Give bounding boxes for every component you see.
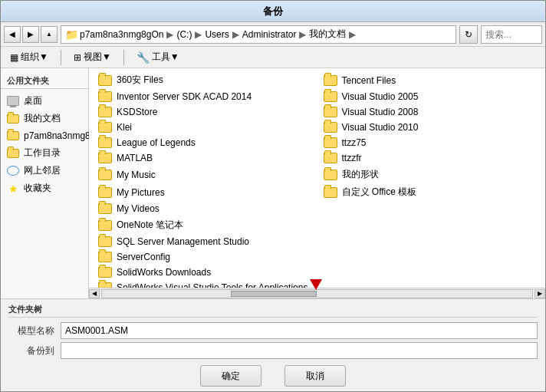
dialog-window: 备份 ◀ ▶ ▲ 📁 p7am8na3nmg8gOn ▶ (C:) ▶ User… (0, 0, 546, 392)
file-item[interactable]: My Pictures (92, 183, 317, 201)
folder-icon (324, 91, 337, 102)
file-label: ttzzfr (342, 153, 362, 163)
folder-icon (98, 282, 112, 288)
breadcrumb-folder-icon: 📁 (65, 28, 78, 41)
folder-icon (324, 122, 337, 133)
folder-icon (98, 75, 112, 86)
folder-icon (324, 153, 337, 163)
sidebar-item-desktop[interactable]: 桌面 (1, 92, 88, 110)
horizontal-scrollbar[interactable] (101, 289, 533, 298)
folder-icon-workdir (7, 147, 19, 160)
file-item[interactable]: League of Legends (92, 135, 317, 150)
folder-icon (98, 267, 112, 278)
file-item[interactable]: SolidWorks Downloads (92, 265, 317, 280)
file-label: 我的形状 (342, 168, 379, 181)
content-area: 360安 Files Tencent Files Inventor Server… (89, 68, 545, 298)
search-box[interactable] (481, 25, 542, 44)
sidebar-item-network[interactable]: 网上邻居 (1, 162, 88, 180)
file-label: Inventor Server SDK ACAD 2014 (117, 91, 252, 102)
scrollbar-thumb[interactable] (231, 291, 317, 297)
file-label: Tencent Files (342, 75, 396, 86)
tools-button[interactable]: 🔧 工具▼ (132, 49, 184, 65)
svg-marker-0 (310, 279, 322, 290)
back-button[interactable]: ◀ (4, 26, 21, 43)
file-item[interactable]: KSDStore (92, 104, 317, 120)
folder-icon (98, 170, 112, 180)
file-item[interactable]: 我的形状 (317, 166, 543, 183)
search-input[interactable] (485, 29, 531, 40)
file-label: MATLAB (117, 153, 153, 163)
file-item[interactable]: Visual Studio 2010 (317, 120, 543, 135)
forward-button[interactable]: ▶ (22, 26, 39, 43)
folder-icon (98, 153, 112, 163)
up-button[interactable]: ▲ (41, 26, 58, 43)
folder-icon (98, 91, 112, 102)
sidebar-label-mydocs: 我的文档 (24, 112, 61, 125)
file-label: Visual Studio 2008 (342, 107, 419, 117)
sidebar-item-favorites[interactable]: ★ 收藏夹 (1, 180, 88, 197)
cancel-button[interactable]: 取消 (285, 365, 346, 387)
breadcrumb-bar[interactable]: 📁 p7am8na3nmg8gOn ▶ (C:) ▶ Users ▶ Admin… (61, 25, 456, 44)
title-text: 备份 (263, 5, 283, 18)
nav-buttons: ◀ ▶ ▲ (4, 26, 58, 43)
file-item[interactable]: ttzzfr (317, 150, 543, 166)
file-label: SolidWorks Downloads (117, 267, 211, 278)
star-icon: ★ (7, 183, 19, 195)
sidebar-label-workdir: 工作目录 (24, 147, 61, 160)
backup-to-row: 备份到 (8, 342, 538, 359)
refresh-button[interactable]: ↻ (459, 25, 478, 44)
file-label: League of Legends (117, 137, 196, 148)
scroll-right-button[interactable]: ▶ (534, 289, 545, 298)
view-button[interactable]: ⊞ 视图▼ (69, 49, 116, 65)
breadcrumb-c: (C:) (176, 29, 192, 40)
folder-icon (98, 236, 112, 247)
file-label: My Videos (117, 203, 160, 214)
view-icon: ⊞ (74, 52, 81, 63)
file-item[interactable]: 360安 Files (92, 71, 317, 89)
file-item[interactable]: OneNote 笔记本 (92, 216, 317, 234)
file-item[interactable]: SQL Server Management Studio (92, 234, 317, 249)
file-item[interactable]: Tencent Files (317, 71, 543, 89)
sidebar-item-mydocs[interactable]: 我的文档 (1, 110, 88, 127)
button-row: 确定 取消 (8, 365, 538, 387)
file-label: Visual Studio 2005 (342, 91, 419, 102)
title-bar: 备份 (1, 1, 545, 22)
folder-icon (324, 75, 337, 86)
file-item[interactable]: Visual Studio 2008 (317, 104, 543, 120)
organize-button[interactable]: ▦ 组织▼ (5, 49, 53, 65)
model-name-label: 模型名称 (8, 324, 54, 338)
file-label: 360安 Files (117, 74, 163, 87)
confirm-button[interactable]: 确定 (200, 365, 261, 387)
file-item[interactable]: ttzz75 (317, 135, 543, 150)
breadcrumb-admin: Administrator (242, 29, 297, 40)
file-label: 自定义 Office 模板 (342, 186, 417, 199)
main-content: 公用文件夹 桌面 我的文档 p7am8na3nmg8gOn (1, 68, 545, 298)
file-label: Visual Studio 2010 (342, 122, 419, 133)
sidebar-item-p7am[interactable]: p7am8na3nmg8gOn (1, 127, 88, 144)
breadcrumb-users: Users (205, 29, 229, 40)
backup-to-input[interactable] (61, 342, 538, 359)
scroll-left-button[interactable]: ◀ (89, 289, 100, 298)
file-item[interactable]: Inventor Server SDK ACAD 2014 (92, 89, 317, 104)
sidebar-title: 公用文件夹 (1, 72, 88, 89)
model-name-input[interactable] (61, 322, 538, 339)
bottom-panel: 文件夹树 模型名称 备份到 确定 取消 (1, 298, 545, 391)
file-item (317, 249, 543, 265)
sidebar-item-workdir[interactable]: 工作目录 (1, 144, 88, 162)
file-item[interactable]: 自定义 Office 模板 (317, 183, 543, 201)
backup-to-label: 备份到 (8, 344, 54, 357)
file-item (317, 201, 543, 216)
folder-icon (324, 137, 337, 148)
scroll-indicator (308, 276, 324, 294)
file-item[interactable]: Visual Studio 2005 (317, 89, 543, 104)
file-item[interactable]: ServerConfig (92, 249, 317, 265)
file-label: OneNote 笔记本 (117, 219, 183, 232)
file-item[interactable]: MATLAB (92, 150, 317, 166)
file-item[interactable]: My Videos (92, 201, 317, 216)
folder-icon (324, 170, 337, 180)
file-label: Klei (117, 122, 132, 133)
folder-icon (324, 187, 337, 198)
file-item[interactable]: Klei (92, 120, 317, 135)
file-item[interactable]: My Music (92, 166, 317, 183)
nav-toolbar: ◀ ▶ ▲ 📁 p7am8na3nmg8gOn ▶ (C:) ▶ Users ▶… (1, 22, 545, 47)
